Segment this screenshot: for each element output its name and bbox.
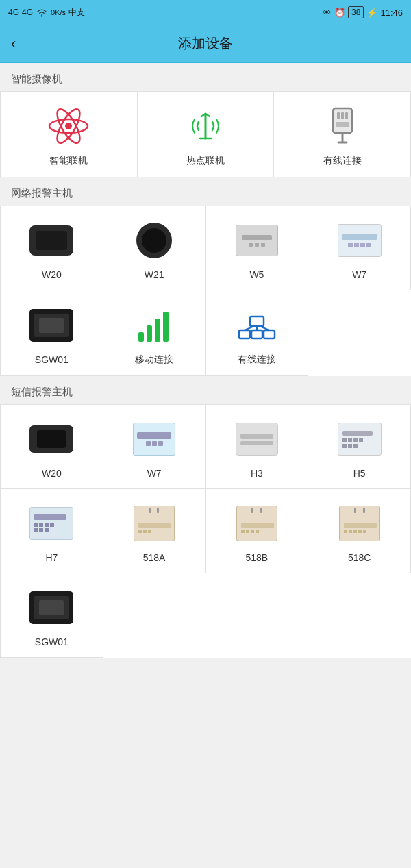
item-w5-net[interactable]: W5	[206, 206, 309, 290]
w20-sms-label: W20	[42, 468, 62, 479]
hotspot-label: 热点联机	[186, 155, 225, 167]
svg-rect-10	[341, 112, 344, 119]
section-sms-alarm-label: 短信报警主机	[0, 376, 411, 404]
section-smart-camera-label: 智能摄像机	[0, 63, 411, 91]
svg-point-3	[65, 123, 72, 129]
section-network-alarm-label: 网络报警主机	[0, 177, 411, 206]
item-smart-connect[interactable]: 智能联机	[1, 92, 138, 177]
mobile-signal-icon	[132, 303, 176, 347]
content: 智能摄像机 智能联机	[0, 63, 411, 671]
svg-rect-16	[147, 325, 152, 342]
item-h5-sms[interactable]: H5	[308, 405, 411, 489]
item-w20-net[interactable]: W20	[1, 206, 103, 290]
wired-cam-label: 有线连接	[323, 155, 362, 167]
time: 11:46	[380, 8, 403, 18]
item-518a-sms[interactable]: 518A	[103, 489, 206, 573]
wired-connect-net-label: 有线连接	[238, 354, 276, 366]
svg-rect-22	[264, 330, 275, 338]
518c-sms-icon	[338, 501, 382, 545]
section-network-alarm-grid: W20 W21	[0, 206, 411, 376]
hotspot-icon	[184, 104, 227, 148]
svg-rect-15	[138, 332, 144, 342]
bolt-icon: ⚡	[366, 8, 377, 18]
w5-net-icon	[235, 219, 279, 262]
eye-icon: 👁	[323, 8, 332, 18]
item-hotspot-connect[interactable]: 热点联机	[138, 92, 275, 177]
smart-connect-label: 智能联机	[49, 155, 88, 167]
h5-sms-icon	[338, 417, 382, 461]
h3-sms-icon	[235, 417, 279, 461]
header: ‹ 添加设备	[0, 25, 411, 63]
page-title: 添加设备	[178, 34, 233, 53]
h7-sms-label: H7	[45, 552, 58, 563]
518b-sms-icon	[235, 501, 279, 545]
svg-rect-12	[336, 122, 349, 127]
sgw01-net-icon	[29, 303, 73, 347]
back-button[interactable]: ‹	[11, 35, 16, 53]
signal-icon2: 4G	[22, 8, 33, 17]
w7-sms-icon	[132, 417, 176, 461]
518b-sms-label: 518B	[246, 552, 269, 563]
item-518c-sms[interactable]: 518C	[308, 489, 411, 573]
item-w20-sms[interactable]: W20	[1, 405, 103, 489]
item-w7-sms[interactable]: W7	[103, 405, 206, 489]
item-sgw01-net[interactable]: SGW01	[1, 290, 103, 376]
battery: 38	[348, 6, 364, 18]
item-sgw01-sms[interactable]: SGW01	[1, 573, 103, 658]
svg-rect-17	[155, 319, 160, 342]
w20-net-label: W20	[42, 269, 62, 280]
network-wired-icon	[235, 303, 279, 347]
alarm-icon: ⏰	[334, 8, 345, 18]
w20-net-icon	[29, 219, 73, 262]
item-h3-sms[interactable]: H3	[206, 405, 309, 489]
sgw01-sms-icon	[29, 586, 73, 630]
data-speed: 0K/s	[51, 8, 66, 16]
item-w7-net[interactable]: W7	[308, 206, 411, 290]
status-left: 4G 4G 0K/s 中支	[8, 7, 85, 18]
section-smart-camera-grid: 智能联机	[0, 91, 411, 177]
w7-net-icon	[338, 219, 382, 262]
item-w21-net[interactable]: W21	[103, 206, 206, 290]
status-right: 👁 ⏰ 38 ⚡ 11:46	[323, 6, 403, 18]
svg-rect-11	[345, 112, 348, 119]
h5-sms-label: H5	[353, 468, 366, 479]
item-518b-sms[interactable]: 518B	[206, 489, 309, 573]
sgw01-sms-label: SGW01	[35, 636, 68, 647]
section-sms-alarm-grid: W20 W7	[0, 404, 411, 658]
carrier: 中支	[68, 7, 85, 18]
svg-rect-20	[239, 330, 250, 338]
w21-net-label: W21	[145, 269, 164, 280]
w20-sms-icon	[29, 417, 73, 461]
signal-icon: 4G	[8, 8, 19, 17]
svg-rect-9	[337, 112, 340, 119]
svg-rect-8	[333, 108, 352, 133]
w7-net-label: W7	[352, 269, 366, 280]
item-h7-sms[interactable]: H7	[1, 489, 103, 573]
item-mobile-connect[interactable]: 移动连接	[103, 290, 206, 376]
svg-rect-21	[251, 330, 262, 338]
wifi-status-icon	[36, 8, 48, 17]
svg-rect-19	[250, 317, 264, 326]
item-wired-connect-net[interactable]: 有线连接	[206, 290, 309, 376]
518a-sms-label: 518A	[143, 552, 166, 563]
w7-sms-label: W7	[147, 468, 162, 479]
518c-sms-label: 518C	[348, 552, 371, 563]
h7-sms-icon	[29, 501, 73, 545]
w5-net-label: W5	[249, 269, 264, 280]
wired-cam-icon	[321, 104, 364, 148]
sgw01-net-label: SGW01	[35, 354, 68, 365]
w21-net-icon	[132, 219, 176, 262]
518a-sms-icon	[132, 501, 176, 545]
h3-sms-label: H3	[251, 468, 263, 479]
svg-rect-18	[163, 312, 169, 342]
mobile-connect-label: 移动连接	[135, 354, 173, 366]
status-bar: 4G 4G 0K/s 中支 👁 ⏰ 38 ⚡ 11:46	[0, 0, 411, 25]
smart-connect-icon	[47, 104, 90, 148]
item-wired-connect-cam[interactable]: 有线连接	[274, 92, 411, 177]
